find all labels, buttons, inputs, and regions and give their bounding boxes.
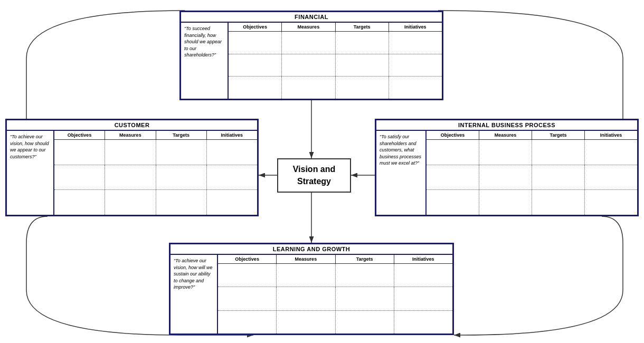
cell xyxy=(532,140,585,165)
cell xyxy=(585,140,637,165)
cell xyxy=(218,287,277,310)
learning-col-objectives: Objectives xyxy=(218,255,277,263)
cell xyxy=(336,54,389,77)
cell xyxy=(282,32,335,54)
cell xyxy=(336,287,394,310)
cell xyxy=(105,140,156,165)
customer-table-rows xyxy=(54,140,257,215)
cell xyxy=(54,140,105,165)
learning-table: Objectives Measures Targets Initiatives xyxy=(218,255,452,334)
cell xyxy=(394,264,452,287)
table-row xyxy=(229,32,442,54)
financial-table-rows xyxy=(229,32,442,99)
cell xyxy=(156,165,207,190)
internal-col-targets: Targets xyxy=(532,131,585,139)
cell xyxy=(229,77,282,99)
cell xyxy=(479,190,532,215)
customer-col-measures: Measures xyxy=(105,131,156,139)
table-row xyxy=(218,311,452,334)
table-row xyxy=(427,165,637,190)
cell xyxy=(479,140,532,165)
financial-col-objectives: Objectives xyxy=(229,23,282,31)
cell xyxy=(394,311,452,334)
learning-table-rows xyxy=(218,264,452,334)
cell xyxy=(585,190,637,215)
cell xyxy=(336,32,389,54)
internal-title: INTERNAL BUSINESS PROCESS xyxy=(376,120,637,131)
financial-col-targets: Targets xyxy=(336,23,389,31)
cell xyxy=(389,77,442,99)
learning-card: LEARNING AND GROWTH “To achieve our visi… xyxy=(169,243,454,335)
cell xyxy=(156,190,207,215)
financial-table-header: Objectives Measures Targets Initiatives xyxy=(229,23,442,32)
vision-strategy-text: Vision and Strategy xyxy=(293,164,336,187)
learning-description: “To achieve our vision, how will we sust… xyxy=(171,255,218,334)
cell xyxy=(277,264,335,287)
cell xyxy=(427,140,479,165)
table-row xyxy=(427,140,637,165)
vision-strategy-box: Vision and Strategy xyxy=(277,158,351,193)
diagram-container: FINANCIAL “To succeed financially, how s… xyxy=(0,0,644,343)
cell xyxy=(336,264,394,287)
cell xyxy=(105,190,156,215)
financial-card: FINANCIAL “To succeed financially, how s… xyxy=(179,11,443,100)
internal-card: INTERNAL BUSINESS PROCESS “To satisfy ou… xyxy=(375,119,639,216)
table-row xyxy=(229,54,442,77)
cell xyxy=(207,165,257,190)
financial-description: “To succeed financially, how should we a… xyxy=(181,23,229,99)
cell xyxy=(54,165,105,190)
cell xyxy=(532,190,585,215)
learning-col-targets: Targets xyxy=(336,255,394,263)
table-row xyxy=(218,287,452,310)
cell xyxy=(532,165,585,190)
cell xyxy=(277,311,335,334)
table-row xyxy=(229,77,442,99)
table-row xyxy=(54,190,257,215)
cell xyxy=(336,77,389,99)
financial-col-measures: Measures xyxy=(282,23,335,31)
cell xyxy=(105,165,156,190)
cell xyxy=(389,54,442,77)
table-row xyxy=(427,190,637,215)
customer-col-targets: Targets xyxy=(156,131,207,139)
financial-col-initiatives: Initiatives xyxy=(389,23,442,31)
internal-table-rows xyxy=(427,140,637,215)
learning-col-measures: Measures xyxy=(277,255,335,263)
learning-table-header: Objectives Measures Targets Initiatives xyxy=(218,255,452,264)
customer-col-objectives: Objectives xyxy=(54,131,105,139)
cell xyxy=(336,311,394,334)
internal-col-objectives: Objectives xyxy=(427,131,479,139)
internal-col-initiatives: Initiatives xyxy=(585,131,637,139)
cell xyxy=(207,140,257,165)
table-row xyxy=(54,165,257,190)
cell xyxy=(282,77,335,99)
internal-description: “To satisfy our shareholders and custome… xyxy=(376,131,427,215)
financial-table: Objectives Measures Targets Initiatives xyxy=(229,23,442,99)
cell xyxy=(585,165,637,190)
internal-col-measures: Measures xyxy=(479,131,532,139)
customer-card: CUSTOMER “To achieve our vision, how sho… xyxy=(5,119,259,216)
customer-description: “To achieve our vision, how should we ap… xyxy=(7,131,54,215)
cell xyxy=(282,54,335,77)
cell xyxy=(389,32,442,54)
cell xyxy=(218,264,277,287)
cell xyxy=(229,32,282,54)
internal-table: Objectives Measures Targets Initiatives xyxy=(427,131,637,215)
cell xyxy=(156,140,207,165)
customer-table: Objectives Measures Targets Initiatives xyxy=(54,131,257,215)
internal-table-header: Objectives Measures Targets Initiatives xyxy=(427,131,637,140)
customer-table-header: Objectives Measures Targets Initiatives xyxy=(54,131,257,140)
financial-title: FINANCIAL xyxy=(181,12,442,23)
customer-title: CUSTOMER xyxy=(7,120,257,131)
cell xyxy=(207,190,257,215)
cell xyxy=(427,165,479,190)
learning-title: LEARNING AND GROWTH xyxy=(171,244,452,255)
cell xyxy=(54,190,105,215)
cell xyxy=(479,165,532,190)
cell xyxy=(277,287,335,310)
cell xyxy=(229,54,282,77)
cell xyxy=(394,287,452,310)
table-row xyxy=(218,264,452,287)
learning-col-initiatives: Initiatives xyxy=(394,255,452,263)
cell xyxy=(218,311,277,334)
